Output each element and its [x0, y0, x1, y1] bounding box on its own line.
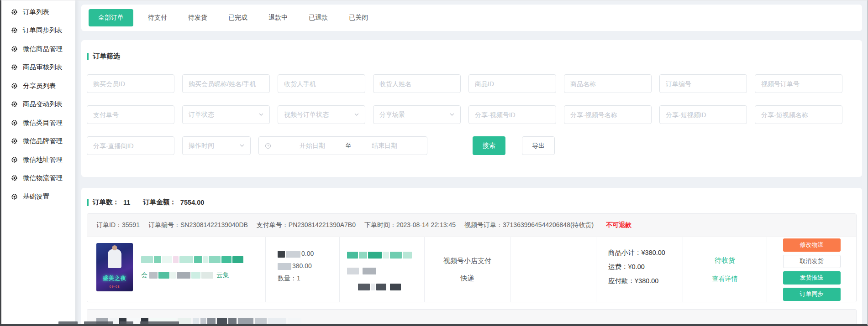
- order-time-label: 下单时间：: [364, 221, 396, 228]
- tab-pending-shipment[interactable]: 待发货: [188, 14, 207, 22]
- date-range-picker[interactable]: 开始日期 至 结束日期: [258, 136, 427, 155]
- order-status-badge: 待收货: [715, 256, 735, 265]
- sidebar-item-order-sync-list[interactable]: 订单同步列表: [1, 21, 75, 40]
- tab-completed[interactable]: 已完成: [228, 14, 247, 22]
- sidebar: 订单列表 订单同步列表 微信商品管理 商品审核列表 分享员列表 商品变动列表 微…: [1, 0, 75, 326]
- total-price-tail: 380.00: [292, 262, 312, 269]
- gear-icon: [11, 64, 18, 71]
- sidebar-item-sharer-list[interactable]: 分享员列表: [1, 77, 75, 95]
- product-title-suffix: 云集: [216, 271, 229, 279]
- sidebar-item-wechat-goods[interactable]: 微信商品管理: [1, 40, 75, 58]
- sidebar-item-label: 微信物流管理: [23, 174, 63, 182]
- payable-label: 应付款：: [608, 277, 635, 285]
- order-actions-column: 修改物流 取消发货 发货推送 订单同步: [767, 237, 856, 302]
- subtotal-label: 商品小计：: [608, 249, 642, 256]
- order-list-panel: 订单数：11 订单金额：7554.00 订单ID：35591 订单编号：SN23…: [81, 188, 862, 326]
- no-refund-badge: 不可退款: [606, 221, 631, 229]
- censored-text-line: [347, 251, 424, 259]
- order-count-label: 订单数：: [93, 198, 119, 207]
- sidebar-item-label: 微信类目管理: [23, 119, 63, 127]
- product-title-censored: 会 云集: [141, 243, 244, 302]
- share-video-id-input[interactable]: [659, 105, 747, 124]
- order-id-label: 订单ID：: [96, 221, 122, 228]
- poster-footer-text: 09·08: [96, 285, 133, 288]
- sidebar-item-wechat-logistics[interactable]: 微信物流管理: [1, 169, 75, 188]
- share-scene-select[interactable]: 分享场景: [373, 105, 461, 124]
- sidebar-item-wechat-category[interactable]: 微信类目管理: [1, 114, 75, 132]
- chevron-down-icon: [258, 111, 264, 119]
- main-content: 全部订单 待支付 待发货 已完成 退款中 已退款 已关闭 订单筛选 订单状态: [75, 0, 868, 326]
- order-status-tabs: 全部订单 待支付 待发货 已完成 退款中 已退款 已关闭: [81, 5, 862, 31]
- unit-price-tail: 0.00: [301, 250, 314, 257]
- sidebar-item-wechat-address[interactable]: 微信地址管理: [1, 150, 75, 169]
- payment-no-input[interactable]: [87, 105, 174, 124]
- chevron-down-icon: [239, 142, 245, 150]
- buyer-member-id-input[interactable]: [87, 74, 174, 93]
- order-status-select[interactable]: 订单状态: [182, 105, 270, 124]
- empty-column: [510, 237, 596, 302]
- gear-icon: [11, 27, 18, 34]
- search-button[interactable]: 搜索: [473, 136, 505, 155]
- order-amount-label: 订单金额：: [143, 198, 176, 207]
- poster-figure: [108, 249, 121, 268]
- order-no-label: 订单编号：: [148, 221, 180, 228]
- sidebar-item-basic-settings[interactable]: 基础设置: [1, 187, 75, 206]
- chevron-down-icon: [449, 111, 455, 119]
- export-button[interactable]: 导出: [522, 136, 555, 155]
- filter-row-1: [87, 74, 862, 93]
- order-card-partial: [87, 309, 857, 326]
- channels-order-status-select[interactable]: 视频号订单状态: [278, 105, 365, 124]
- sidebar-item-label: 订单列表: [23, 8, 49, 16]
- share-video-name-input[interactable]: [755, 105, 842, 124]
- quantity-line: 数量：1: [278, 274, 339, 287]
- shipment-push-button[interactable]: 发货推送: [783, 271, 841, 285]
- cancel-shipment-button[interactable]: 取消发货: [783, 255, 841, 268]
- sidebar-item-goods-review[interactable]: 商品审核列表: [1, 58, 75, 77]
- sidebar-item-label: 商品审核列表: [23, 63, 63, 72]
- share-channels-id-input[interactable]: [468, 105, 556, 124]
- select-placeholder: 视频号订单状态: [284, 111, 329, 119]
- date-separator: 至: [345, 142, 352, 150]
- product-column: 盛美之夜 09·08 会 云集: [87, 237, 265, 302]
- payment-method: 视频号小店支付: [443, 257, 491, 265]
- order-no-input[interactable]: [659, 74, 747, 93]
- tab-closed[interactable]: 已关闭: [349, 14, 368, 22]
- section-accent-bar: [87, 53, 89, 60]
- tab-refunded[interactable]: 已退款: [309, 14, 328, 22]
- receiver-phone-input[interactable]: [278, 74, 365, 93]
- gear-icon: [11, 46, 18, 52]
- shipping-fee-value: ¥0.00: [628, 263, 645, 270]
- subtotal-value: ¥380.00: [642, 249, 665, 256]
- modify-logistics-button[interactable]: 修改物流: [783, 238, 841, 252]
- sidebar-item-label: 微信地址管理: [23, 155, 63, 164]
- chevron-down-icon: [354, 111, 359, 119]
- sidebar-item-wechat-brand[interactable]: 微信品牌管理: [1, 132, 75, 151]
- tab-pending-payment[interactable]: 待支付: [148, 14, 167, 22]
- sidebar-item-label: 微信商品管理: [23, 45, 63, 53]
- operate-time-select[interactable]: 操作时间: [182, 136, 251, 155]
- tab-all-orders[interactable]: 全部订单: [89, 9, 133, 26]
- start-date-placeholder[interactable]: 开始日期: [300, 142, 325, 150]
- receiver-name-input[interactable]: [373, 74, 461, 93]
- gear-icon: [11, 83, 18, 89]
- share-channels-name-input[interactable]: [564, 105, 652, 124]
- tab-refunding[interactable]: 退款中: [268, 14, 288, 22]
- view-detail-link[interactable]: 查看详情: [712, 275, 738, 283]
- poster-title-text: 盛美之夜: [96, 274, 133, 282]
- censored-text-line: [347, 283, 424, 291]
- order-card-header-censored: [87, 310, 856, 326]
- gear-icon: [11, 156, 18, 163]
- order-sync-button[interactable]: 订单同步: [783, 288, 841, 301]
- sidebar-item-order-list[interactable]: 订单列表: [1, 3, 75, 21]
- order-count-value: 11: [123, 199, 130, 206]
- buyer-member-name-input[interactable]: [182, 74, 270, 93]
- goods-id-input[interactable]: [468, 74, 556, 93]
- channels-order-no-input[interactable]: [755, 74, 842, 93]
- share-liveroom-id-input[interactable]: [87, 136, 174, 155]
- product-image[interactable]: 盛美之夜 09·08: [96, 243, 133, 291]
- goods-name-input[interactable]: [564, 74, 652, 93]
- channels-order-value: 3713639964544206848(待收货): [503, 221, 594, 228]
- sidebar-item-goods-change-list[interactable]: 商品变动列表: [1, 95, 75, 114]
- end-date-placeholder[interactable]: 结束日期: [372, 142, 397, 150]
- payment-method-column: 视频号小店支付 快递: [424, 237, 510, 302]
